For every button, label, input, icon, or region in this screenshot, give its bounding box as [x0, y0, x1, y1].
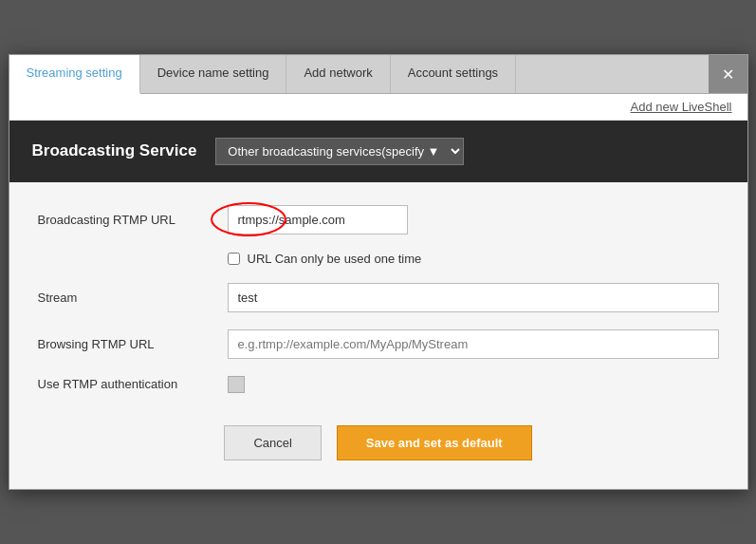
modal-dialog: Streaming setting Device name setting Ad…	[9, 54, 748, 489]
save-button[interactable]: Save and set as default	[337, 425, 532, 460]
url-once-label: URL Can only be used one time	[248, 252, 422, 266]
close-button[interactable]: ✕	[709, 55, 747, 92]
use-rtmp-auth-label: Use RTMP authentication	[38, 377, 228, 391]
use-rtmp-auth-row: Use RTMP authentication	[38, 376, 719, 393]
rtmp-url-input-wrapper	[228, 205, 719, 234]
tab-add-network[interactable]: Add network	[286, 55, 390, 92]
tab-streaming-setting[interactable]: Streaming setting	[9, 55, 140, 93]
tab-device-name-setting[interactable]: Device name setting	[140, 55, 287, 92]
rtmp-url-input[interactable]	[228, 205, 408, 234]
rtmp-url-label: Broadcasting RTMP URL	[38, 213, 228, 227]
add-liveshell-bar: Add new LiveShell	[9, 94, 747, 121]
browsing-rtmp-input[interactable]	[228, 329, 719, 359]
broadcasting-header: Broadcasting Service Other broadcasting …	[9, 121, 747, 182]
broadcasting-service-title: Broadcasting Service	[32, 141, 197, 160]
rtmp-url-row: Broadcasting RTMP URL	[38, 205, 719, 234]
add-liveshell-link[interactable]: Add new LiveShell	[631, 100, 732, 114]
browsing-rtmp-label: Browsing RTMP URL	[38, 337, 228, 351]
stream-label: Stream	[38, 291, 228, 305]
browsing-rtmp-row: Browsing RTMP URL	[38, 329, 719, 359]
cancel-button[interactable]: Cancel	[224, 425, 321, 460]
tab-bar: Streaming setting Device name setting Ad…	[9, 55, 747, 93]
use-rtmp-auth-checkbox[interactable]	[228, 376, 245, 393]
button-row: Cancel Save and set as default	[38, 410, 719, 470]
tab-account-settings[interactable]: Account settings	[391, 55, 516, 92]
url-once-row: URL Can only be used one time	[228, 252, 719, 266]
stream-input[interactable]	[228, 283, 719, 312]
form-area: Broadcasting RTMP URL URL Can only be us…	[9, 182, 747, 489]
stream-row: Stream	[38, 283, 719, 312]
broadcasting-service-select[interactable]: Other broadcasting services(specify ▼	[215, 138, 464, 165]
url-once-checkbox[interactable]	[228, 253, 240, 265]
